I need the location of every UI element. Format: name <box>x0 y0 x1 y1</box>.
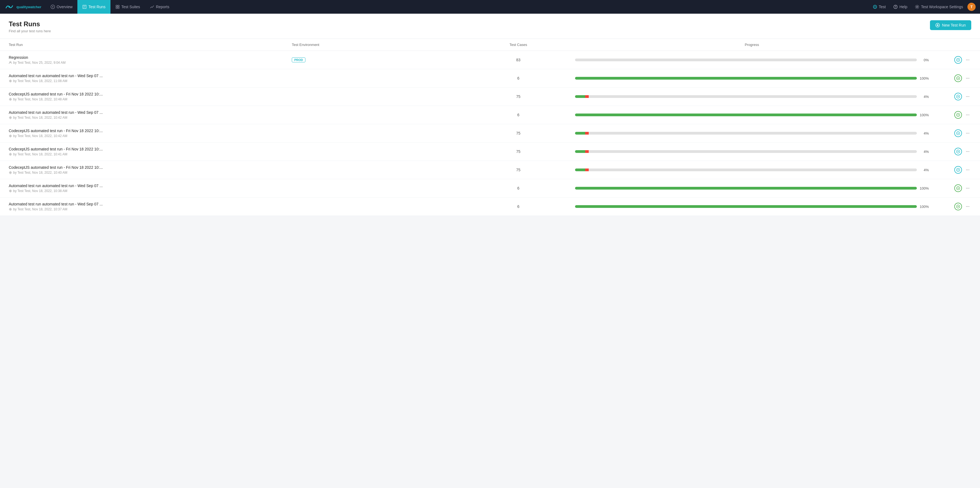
progress-pct: 100% <box>919 205 929 209</box>
svg-point-27 <box>969 78 969 78</box>
svg-point-37 <box>966 115 967 115</box>
progress-cell: 4% <box>575 95 929 99</box>
progress-bar-fill <box>575 187 917 190</box>
svg-marker-66 <box>958 206 959 207</box>
more-options-button[interactable] <box>964 57 971 63</box>
actions-cell <box>929 111 971 119</box>
test-run-info: Regression by Test Test, Nov 25, 2022, 9… <box>9 55 292 65</box>
play-button[interactable] <box>954 111 962 119</box>
progress-bar-fill <box>575 169 917 171</box>
test-run-meta: by Test Test, Nov 18, 2022, 10:38 AM <box>9 189 292 193</box>
table-row: Automated test run automated test run - … <box>0 198 980 216</box>
svg-point-9 <box>875 6 875 7</box>
progress-bar <box>575 169 917 171</box>
test-run-name: CodeceptJS automated test run - Fri Nov … <box>9 129 292 133</box>
progress-cell: 100% <box>575 76 929 80</box>
progress-bar <box>575 59 917 61</box>
test-run-info: CodeceptJS automated test run - Fri Nov … <box>9 147 292 156</box>
play-button[interactable] <box>954 74 962 82</box>
table-row: CodeceptJS automated test run - Fri Nov … <box>0 88 980 106</box>
more-options-button[interactable] <box>964 148 971 155</box>
more-options-button[interactable] <box>964 94 971 100</box>
svg-point-26 <box>967 78 968 78</box>
progress-pct: 4% <box>919 131 929 136</box>
play-button[interactable] <box>954 56 962 64</box>
svg-marker-18 <box>958 59 959 61</box>
test-run-meta: by Test Test, Nov 25, 2022, 9:04 AM <box>9 61 292 65</box>
progress-bar-fill <box>575 95 917 98</box>
test-run-info: Automated test run automated test run - … <box>9 183 292 193</box>
test-cases-count: 75 <box>461 149 575 154</box>
svg-point-52 <box>10 172 11 173</box>
svg-point-51 <box>969 151 969 152</box>
progress-bar <box>575 150 917 153</box>
more-options-button[interactable] <box>964 130 971 136</box>
svg-marker-48 <box>958 151 959 152</box>
page-subtitle: Find all your test runs here <box>9 29 51 33</box>
navbar: qualitywatcher Overview Test Runs Test S… <box>0 0 980 14</box>
actions-cell <box>929 148 971 155</box>
svg-point-50 <box>967 151 968 152</box>
test-run-meta: by Test Test, Nov 18, 2022, 10:41 AM <box>9 152 292 156</box>
nav-workspace[interactable]: Test <box>870 0 889 14</box>
progress-bar-fill <box>575 77 917 80</box>
play-button[interactable] <box>954 166 962 174</box>
svg-rect-6 <box>116 7 117 8</box>
test-environment-cell: PROD <box>292 57 461 62</box>
test-run-meta: by Test Test, Nov 18, 2022, 10:48 AM <box>9 97 292 101</box>
svg-point-34 <box>10 117 11 118</box>
progress-bar-fill <box>575 205 917 208</box>
page-title: Test Runs <box>9 20 51 28</box>
svg-point-69 <box>969 206 969 207</box>
svg-point-68 <box>967 206 968 207</box>
svg-point-32 <box>967 96 968 97</box>
test-run-name: CodeceptJS automated test run - Fri Nov … <box>9 92 292 96</box>
nav-item-reports[interactable]: Reports <box>145 0 174 14</box>
svg-point-21 <box>969 60 969 60</box>
play-button[interactable] <box>954 148 962 155</box>
svg-point-64 <box>10 209 11 210</box>
more-options-button[interactable] <box>964 75 971 81</box>
nav-item-test-runs[interactable]: Test Runs <box>77 0 110 14</box>
progress-bar-fill <box>575 132 917 135</box>
nav-item-test-suites[interactable]: Test Suites <box>110 0 145 14</box>
progress-pct: 4% <box>919 168 929 172</box>
env-badge: PROD <box>292 57 305 62</box>
svg-rect-5 <box>118 5 119 6</box>
nav-help[interactable]: ? Help <box>890 0 910 14</box>
play-button[interactable] <box>954 184 962 192</box>
svg-rect-4 <box>116 5 117 6</box>
test-run-info: Automated test run automated test run - … <box>9 73 292 83</box>
logo[interactable]: qualitywatcher <box>5 2 41 12</box>
more-options-button[interactable] <box>964 185 971 191</box>
avatar[interactable]: T <box>967 3 975 11</box>
test-run-meta: by Test Test, Nov 18, 2022, 10:42 AM <box>9 134 292 138</box>
progress-bar <box>575 113 917 116</box>
svg-marker-36 <box>958 114 959 116</box>
svg-point-67 <box>966 206 967 207</box>
new-test-run-button[interactable]: New Test Run <box>930 20 971 30</box>
test-run-meta: by Test Test, Nov 18, 2022, 11:08 AM <box>9 79 292 83</box>
table-row: CodeceptJS automated test run - Fri Nov … <box>0 161 980 179</box>
play-button[interactable] <box>954 203 962 211</box>
progress-cell: 100% <box>575 113 929 117</box>
progress-bar <box>575 187 917 190</box>
table-row: Automated test run automated test run - … <box>0 179 980 198</box>
page-header: Test Runs Find all your test runs here N… <box>0 14 980 39</box>
nav-settings[interactable]: Test Workspace Settings <box>912 0 966 14</box>
nav-item-overview[interactable]: Overview <box>46 0 77 14</box>
play-button[interactable] <box>954 129 962 137</box>
actions-cell <box>929 93 971 100</box>
test-cases-count: 6 <box>461 204 575 209</box>
svg-point-55 <box>966 170 967 170</box>
svg-rect-7 <box>118 7 119 8</box>
more-options-button[interactable] <box>964 112 971 118</box>
test-run-info: CodeceptJS automated test run - Fri Nov … <box>9 165 292 174</box>
more-options-button[interactable] <box>964 167 971 173</box>
test-run-meta: by Test Test, Nov 18, 2022, 10:40 AM <box>9 171 292 174</box>
more-options-button[interactable] <box>964 204 971 209</box>
svg-point-33 <box>969 96 969 97</box>
progress-pct: 100% <box>919 186 929 190</box>
nav-items: Overview Test Runs Test Suites Reports <box>46 0 870 14</box>
play-button[interactable] <box>954 93 962 100</box>
